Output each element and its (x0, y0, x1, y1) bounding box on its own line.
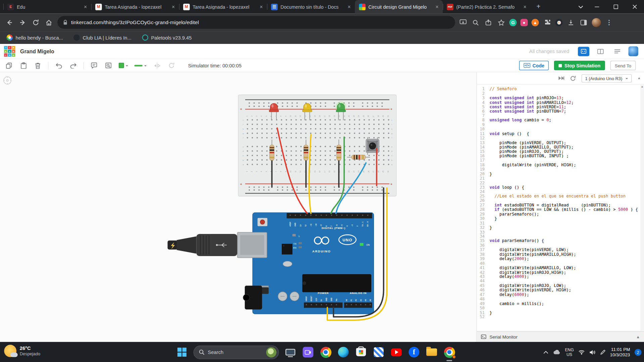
undo-icon[interactable] (55, 61, 63, 69)
close-button[interactable] (625, 0, 644, 13)
user-avatar[interactable] (628, 46, 638, 56)
tab-title: (Parte2) Práctica 2. Semafo (456, 4, 519, 9)
tab-close-icon[interactable]: × (82, 3, 89, 10)
restart-simulation-icon[interactable] (570, 75, 576, 81)
pen-icon[interactable] (600, 350, 605, 355)
code-button[interactable]: </>Code (519, 61, 549, 70)
pink-extension-icon[interactable]: ● (520, 19, 528, 26)
wifi-icon[interactable] (578, 350, 585, 355)
copy-icon[interactable] (5, 61, 13, 69)
browser-tab[interactable]: Documento sin título - Docs× (267, 0, 355, 13)
taskbar-app-chrome-active[interactable] (443, 346, 455, 358)
svg-text:3: 3 (256, 116, 258, 117)
grammarly-extension-icon[interactable]: G (509, 19, 517, 26)
expand-serial-icon[interactable]: ▲ (636, 335, 640, 339)
taskbar-app-edge[interactable] (337, 346, 350, 358)
browser-tab[interactable]: MTarea Asignada - lopezaxel× (91, 0, 179, 13)
minimize-button[interactable] (587, 0, 606, 13)
taskbar-app-camera[interactable] (302, 346, 314, 358)
language-switcher[interactable]: ENGUS (565, 348, 574, 357)
tab-search-icon[interactable] (574, 0, 587, 13)
tab-close-icon[interactable]: × (258, 3, 265, 10)
back-icon[interactable] (3, 16, 16, 28)
redo-icon[interactable] (69, 61, 77, 69)
circuit-canvas[interactable]: + + + + 11223344556677889910101111121213… (0, 72, 476, 342)
new-tab-button[interactable]: + (533, 1, 544, 12)
start-button[interactable] (176, 346, 188, 358)
stop-simulation-button[interactable]: Stop Simulation (554, 61, 605, 70)
menu-kebab-icon[interactable]: ⋮ (604, 18, 613, 27)
notification-badge[interactable]: 2 (635, 349, 642, 356)
reload-icon[interactable] (30, 16, 42, 28)
collapse-panel-icon[interactable]: ▲ (638, 76, 641, 80)
downloads-icon[interactable] (567, 18, 576, 27)
debug-step-icon[interactable] (558, 76, 564, 80)
side-panel-icon[interactable] (579, 18, 588, 27)
svg-text:e: e (243, 146, 244, 148)
forward-icon[interactable] (16, 16, 29, 28)
code-scrollbar[interactable]: ▲ (640, 85, 644, 330)
address-bar[interactable]: tinkercad.com/things/3zIPoGCOyGc-grand-m… (57, 16, 455, 29)
taskbar-app-monitor[interactable] (284, 346, 297, 358)
tab-close-icon[interactable]: × (170, 3, 177, 10)
taskbar-app-youtube[interactable] (390, 346, 402, 358)
onedrive-cloud-icon[interactable] (553, 350, 560, 355)
component-color-picker[interactable] (119, 63, 128, 68)
serial-monitor-bar[interactable]: Serial Monitor ▲ (477, 331, 644, 342)
annotation-icon[interactable] (90, 61, 98, 69)
taskbar-clock[interactable]: 11:01 PM10/3/2023 (610, 347, 630, 358)
browser-tab[interactable]: Circuit design Grand Migelo× (355, 0, 443, 13)
wire-color-picker[interactable] (134, 63, 147, 67)
taskbar-search[interactable]: Search (194, 345, 279, 359)
code-lines[interactable]: // Semaforoconst unsigned int pinROJO=13… (487, 84, 644, 331)
tab-close-icon[interactable]: × (346, 3, 353, 10)
tinkercad-logo[interactable]: TINKERCAD (4, 46, 15, 57)
zoom-icon[interactable] (471, 18, 480, 27)
taskbar-app-store[interactable] (355, 346, 367, 358)
bookmark-item[interactable]: hello bendy - Busca... (7, 35, 63, 41)
bookmark-item[interactable]: Paletools v23.9.45 (142, 35, 192, 41)
list-view-icon[interactable] (611, 47, 623, 56)
svg-text:11: 11 (294, 171, 297, 172)
split-view-icon[interactable] (595, 47, 606, 56)
design-title[interactable]: Grand Migelo (20, 48, 54, 54)
label-icon[interactable] (104, 61, 112, 69)
bookmark-item[interactable]: Club LIA | Líderes In... (74, 35, 131, 41)
board-selector[interactable]: 1 (Arduino Uno R3) (581, 74, 632, 82)
bookmark-star-icon[interactable] (496, 18, 505, 27)
orange-extension-icon[interactable]: ▲ (531, 19, 539, 26)
extensions-puzzle-icon[interactable] (543, 18, 552, 27)
paste-icon[interactable] (19, 61, 28, 69)
browser-tab[interactable]: MTarea Asignada - lopezaxel× (179, 0, 267, 13)
bookmark-label: hello bendy - Busca... (16, 35, 63, 40)
send-to-button[interactable]: Send To (610, 61, 636, 70)
mirror-icon[interactable] (153, 61, 161, 69)
maximize-button[interactable] (606, 0, 625, 13)
taskbar-app-photos[interactable] (373, 346, 385, 358)
rotate-icon[interactable] (167, 61, 175, 69)
docs-favicon (271, 3, 278, 10)
svg-text:~5: ~5 (341, 225, 343, 227)
home-icon[interactable] (43, 16, 55, 28)
arduino-uno[interactable]: L TX RX ARDUINO UNO ON DIGITAL (PWM~) (237, 213, 374, 314)
browser-tab[interactable]: EEdu× (3, 0, 91, 13)
tab-close-icon[interactable]: × (522, 3, 528, 10)
install-app-icon[interactable] (459, 18, 468, 27)
volume-icon[interactable] (589, 350, 595, 355)
usb-cable[interactable] (168, 234, 237, 256)
svg-text:29: 29 (382, 115, 384, 117)
browser-tab[interactable]: PDF(Parte2) Práctica 2. Semafo× (443, 0, 531, 13)
components-panel-icon[interactable] (578, 47, 589, 56)
taskbar-app-facebook[interactable]: f (408, 346, 420, 358)
taskbar-weather-widget[interactable]: 26°C Despejado (4, 345, 40, 357)
dark-extension-icon[interactable]: ◍ (555, 19, 563, 26)
tray-chevron-up-icon[interactable] (543, 351, 548, 354)
code-editor[interactable]: 1234567891011121314151617181920212223242… (477, 84, 644, 331)
taskbar-app-chrome[interactable] (320, 346, 332, 358)
share-icon[interactable] (484, 18, 493, 27)
delete-icon[interactable] (34, 61, 42, 69)
canvas-orientation-control[interactable] (3, 76, 11, 84)
taskbar-app-explorer[interactable] (426, 346, 438, 358)
tab-close-icon[interactable]: × (434, 3, 440, 10)
profile-avatar[interactable] (592, 18, 601, 27)
